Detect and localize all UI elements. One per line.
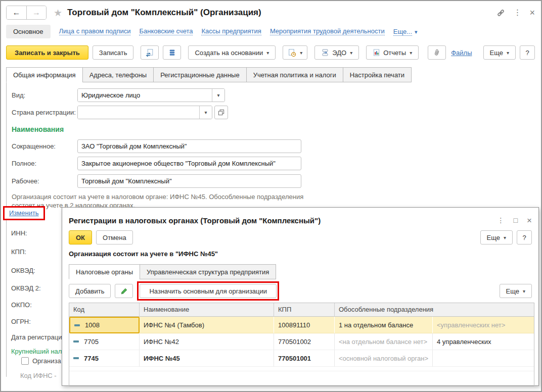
- ok-button[interactable]: ОК: [69, 230, 92, 244]
- cell-name[interactable]: ИФНС №4 (Тамбов): [140, 317, 274, 333]
- cell-code[interactable]: 7705: [69, 333, 140, 350]
- dialog-more-menu-icon[interactable]: ⋮: [498, 217, 505, 224]
- tab-management-structure[interactable]: Управленческая структура предприятия: [140, 264, 276, 279]
- more-button[interactable]: Еще▾: [483, 45, 516, 60]
- help-button[interactable]: ?: [520, 45, 535, 60]
- add-button[interactable]: Добавить: [69, 284, 111, 298]
- okved-label: ОКВЭД:: [11, 267, 35, 274]
- cell-managerial[interactable]: 4 управленческих: [433, 333, 534, 350]
- forward-icon[interactable]: →: [26, 6, 46, 19]
- nav-signatories[interactable]: Лица с правом подписи: [59, 27, 131, 35]
- files-link[interactable]: Файлы: [451, 49, 472, 57]
- tab-registration-data[interactable]: Регистрационные данные: [153, 67, 246, 82]
- working-name-input[interactable]: [77, 174, 301, 188]
- edo-button[interactable]: ЭДО▾: [314, 45, 359, 60]
- close-window-icon[interactable]: ×: [529, 8, 535, 17]
- code-value: 1008: [85, 321, 100, 329]
- chevron-down-icon: ▾: [504, 235, 506, 240]
- cell-separate[interactable]: 1 на отдельном балансе: [335, 317, 433, 333]
- chevron-down-icon: ▾: [410, 50, 412, 56]
- reports-button[interactable]: Отчеты▾: [366, 45, 419, 60]
- country-input[interactable]: [78, 106, 199, 119]
- cell-code[interactable]: 1008: [69, 317, 140, 333]
- tab-accounting-policy[interactable]: Учетная политика и налоги: [246, 67, 343, 82]
- nav-more[interactable]: Еще...▾: [393, 28, 418, 35]
- favorite-star-icon[interactable]: ★: [54, 7, 62, 19]
- nav-main[interactable]: Основное: [6, 25, 51, 38]
- kind-combobox[interactable]: ▾: [77, 88, 225, 102]
- col-header-separate-divisions[interactable]: Обособленные подразделения: [335, 303, 534, 317]
- dialog-list-more-label: Еще: [506, 287, 519, 295]
- cell-kpp[interactable]: 100891110: [274, 317, 335, 333]
- dialog-maximize-icon[interactable]: □: [514, 217, 518, 224]
- database-icon: [168, 48, 176, 57]
- nav-labor-events[interactable]: Мероприятия трудовой деятельности: [270, 27, 385, 35]
- reports-label: Отчеты: [383, 49, 406, 57]
- nav-bank-accounts[interactable]: Банковские счета: [139, 27, 193, 35]
- more-label: Еще: [490, 49, 503, 57]
- cell-kpp[interactable]: 770501002: [274, 333, 335, 350]
- change-link[interactable]: Изменить: [9, 209, 39, 217]
- nav-cash-desks[interactable]: Кассы предприятия: [201, 27, 261, 35]
- save-button[interactable]: Записать: [93, 45, 134, 60]
- ifns-code-label: Код ИФНС -: [20, 372, 57, 379]
- dialog-close-icon[interactable]: ×: [527, 216, 532, 225]
- chevron-down-icon: ▾: [266, 50, 269, 56]
- cell-name[interactable]: ИФНС №45: [140, 350, 274, 367]
- edit-button[interactable]: [115, 284, 133, 298]
- document-clock-icon: [288, 48, 296, 57]
- cell-code[interactable]: 7745: [69, 350, 140, 367]
- tab-addresses[interactable]: Адреса, телефоны: [82, 67, 154, 82]
- assign-main-button[interactable]: Назначить основным для организации: [140, 284, 277, 298]
- short-name-input[interactable]: [77, 139, 301, 153]
- cell-managerial[interactable]: [433, 350, 534, 367]
- dialog-list-more-button[interactable]: Еще▾: [500, 284, 532, 298]
- names-heading: Наименования: [12, 125, 541, 133]
- change-link-annotation: Изменить: [3, 206, 45, 220]
- org-checkbox[interactable]: [21, 357, 29, 365]
- code-value: 7745: [84, 355, 99, 362]
- kind-input[interactable]: [78, 89, 212, 102]
- dialog-window-icons: ⋮ □ ×: [498, 216, 532, 225]
- reread-button[interactable]: [141, 45, 159, 60]
- col-header-name[interactable]: Наименование: [140, 303, 274, 317]
- tax-registrations-dialog: Регистрации в налоговых органах (Торговы…: [62, 207, 539, 386]
- save-and-close-button[interactable]: Записать и закрыть: [6, 45, 88, 60]
- chevron-down-icon[interactable]: ▾: [199, 106, 212, 119]
- working-name-label: Рабочее:: [12, 177, 77, 185]
- col-header-kpp[interactable]: КПП: [274, 303, 335, 317]
- registration-date-label: Дата регистраци: [11, 333, 62, 341]
- tasks-dropdown-button[interactable]: ▾: [283, 45, 307, 60]
- structure-button[interactable]: [163, 45, 181, 60]
- dialog-more-button[interactable]: Еще▾: [480, 230, 513, 244]
- chevron-down-icon[interactable]: ▾: [212, 89, 224, 102]
- cell-separate[interactable]: <на отдельном балансе нет>: [335, 333, 433, 350]
- tab-print-settings[interactable]: Настройка печати: [343, 67, 412, 82]
- cell-name[interactable]: ИФНС №42: [140, 333, 274, 350]
- col-header-code[interactable]: Код: [69, 303, 140, 317]
- chevron-down-icon: ▾: [507, 50, 509, 56]
- dialog-more-label: Еще: [487, 234, 500, 241]
- full-name-label: Полное:: [12, 160, 77, 167]
- dialog-help-button[interactable]: ?: [517, 230, 532, 244]
- kind-label: Вид:: [12, 91, 77, 99]
- country-combobox[interactable]: ▾: [77, 106, 212, 119]
- country-open-button[interactable]: [214, 106, 228, 119]
- attach-button[interactable]: [428, 45, 446, 60]
- cell-managerial[interactable]: <управленческих нет>: [433, 317, 534, 333]
- cell-kpp[interactable]: 770501001: [274, 350, 335, 367]
- full-name-input[interactable]: [77, 157, 301, 170]
- more-menu-icon[interactable]: ⋮: [513, 9, 521, 17]
- tab-tax-authorities[interactable]: Налоговые органы: [69, 264, 140, 279]
- assign-main-annotation: Назначить основным для организации: [137, 281, 279, 301]
- tab-strip: Общая информация Адреса, телефоны Регист…: [1, 67, 541, 82]
- back-icon[interactable]: ←: [7, 6, 26, 19]
- nav-more-label[interactable]: Еще...: [393, 28, 412, 36]
- create-on-basis-button[interactable]: Создать на основании▾: [188, 45, 276, 60]
- cell-separate[interactable]: <основной налоговый орган>: [335, 350, 433, 367]
- get-link-icon[interactable]: [496, 9, 505, 17]
- open-form-icon: [218, 109, 224, 116]
- cancel-button[interactable]: Отмена: [96, 230, 133, 244]
- inn-label: ИНН:: [11, 229, 27, 237]
- tab-general-info[interactable]: Общая информация: [6, 67, 82, 82]
